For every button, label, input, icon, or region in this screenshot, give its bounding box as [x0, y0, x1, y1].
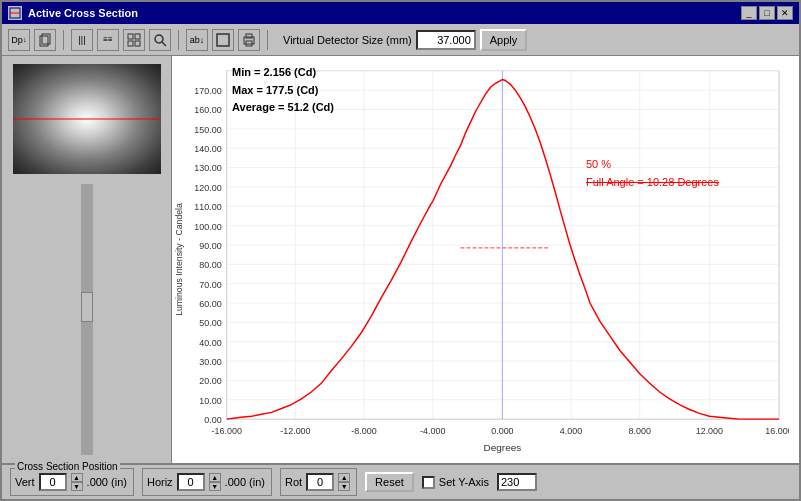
svg-text:12.000: 12.000 — [696, 426, 723, 436]
rot-input[interactable] — [306, 473, 334, 491]
close-button[interactable]: ✕ — [777, 6, 793, 20]
svg-text:-4.000: -4.000 — [420, 426, 445, 436]
set-y-label: Set Y-Axis — [439, 476, 489, 488]
svg-text:Luminous Intensity - Candela: Luminous Intensity - Candela — [174, 203, 184, 316]
svg-text:110.00: 110.00 — [194, 202, 221, 212]
horiz-input[interactable] — [177, 473, 205, 491]
svg-text:0.000: 0.000 — [491, 426, 513, 436]
toolbar-lines-button[interactable]: ≡≡ — [97, 29, 119, 51]
main-window: Active Cross Section _ □ ✕ Dp↓ ||| ≡≡ ab… — [0, 0, 801, 501]
svg-text:-12.000: -12.000 — [280, 426, 310, 436]
vert-label: Vert — [15, 476, 35, 488]
set-y-wrapper: Set Y-Axis — [422, 476, 489, 489]
scroll-thumb[interactable] — [81, 292, 93, 322]
title-bar-left: Active Cross Section — [8, 6, 138, 20]
svg-text:0.00: 0.00 — [204, 415, 222, 425]
rot-spin-buttons: ▲ ▼ — [338, 473, 350, 491]
horiz-group: Horiz ▲ ▼ .000 (in) — [142, 468, 272, 496]
cross-section-line — [13, 119, 161, 120]
horiz-spin-buttons: ▲ ▼ — [209, 473, 221, 491]
stat-min: Min = 2.156 (Cd) — [232, 64, 334, 82]
bottom-panel: Cross Section Position Vert ▲ ▼ .000 (in… — [2, 463, 799, 499]
minimize-button[interactable]: _ — [741, 6, 757, 20]
chart-svg: 0.00 10.00 20.00 30.00 40.00 50.00 60.00… — [172, 66, 789, 453]
virtual-detector-input[interactable] — [416, 30, 476, 50]
svg-line-9 — [162, 42, 166, 46]
left-scrollbar — [81, 184, 93, 455]
annotation-line2: Full Angle = 10.28 Degrees — [586, 174, 719, 192]
svg-text:50.00: 50.00 — [199, 318, 221, 328]
svg-text:10.00: 10.00 — [199, 396, 221, 406]
svg-text:90.00: 90.00 — [199, 241, 221, 251]
svg-text:Degrees: Degrees — [484, 442, 522, 453]
title-buttons: _ □ ✕ — [741, 6, 793, 20]
vert-down-button[interactable]: ▼ — [71, 482, 83, 491]
rot-label: Rot — [285, 476, 302, 488]
svg-text:30.00: 30.00 — [199, 357, 221, 367]
svg-rect-6 — [128, 41, 133, 46]
y-axis-input[interactable] — [497, 473, 537, 491]
chart-area: Min = 2.156 (Cd) Max = 177.5 (Cd) Averag… — [172, 56, 799, 463]
svg-text:70.00: 70.00 — [199, 280, 221, 290]
toolbar-text-button[interactable]: ab↓ — [186, 29, 208, 51]
separator-1 — [63, 30, 64, 50]
stat-max: Max = 177.5 (Cd) — [232, 82, 334, 100]
svg-text:40.00: 40.00 — [199, 338, 221, 348]
vert-up-button[interactable]: ▲ — [71, 473, 83, 482]
rot-group: Rot ▲ ▼ — [280, 468, 357, 496]
svg-text:-8.000: -8.000 — [351, 426, 376, 436]
separator-3 — [267, 30, 268, 50]
reset-button[interactable]: Reset — [365, 472, 414, 492]
vert-unit: .000 (in) — [87, 476, 127, 488]
svg-text:8.000: 8.000 — [629, 426, 651, 436]
separator-2 — [178, 30, 179, 50]
horiz-up-button[interactable]: ▲ — [209, 473, 221, 482]
toolbar: Dp↓ ||| ≡≡ ab↓ Virtual Detector Size (mm… — [2, 24, 799, 56]
horiz-label: Horiz — [147, 476, 173, 488]
toolbar-zoom-button[interactable] — [149, 29, 171, 51]
title-bar: Active Cross Section _ □ ✕ — [2, 2, 799, 24]
left-panel — [2, 56, 172, 463]
vert-input[interactable] — [39, 473, 67, 491]
svg-rect-10 — [217, 34, 229, 46]
svg-rect-4 — [128, 34, 133, 39]
toolbar-copy-button[interactable] — [34, 29, 56, 51]
maximize-button[interactable]: □ — [759, 6, 775, 20]
rot-down-button[interactable]: ▼ — [338, 482, 350, 491]
svg-text:150.00: 150.00 — [194, 125, 221, 135]
main-content: Min = 2.156 (Cd) Max = 177.5 (Cd) Averag… — [2, 56, 799, 463]
svg-point-8 — [155, 35, 163, 43]
svg-text:160.00: 160.00 — [194, 106, 221, 116]
svg-text:-16.000: -16.000 — [212, 426, 242, 436]
svg-text:130.00: 130.00 — [194, 164, 221, 174]
chart-stats: Min = 2.156 (Cd) Max = 177.5 (Cd) Averag… — [232, 64, 334, 117]
set-y-checkbox[interactable] — [422, 476, 435, 489]
svg-text:80.00: 80.00 — [199, 260, 221, 270]
chart-annotation: 50 % Full Angle = 10.28 Degrees — [586, 156, 719, 191]
toolbar-frame-button[interactable] — [212, 29, 234, 51]
vert-spin-buttons: ▲ ▼ — [71, 473, 83, 491]
svg-text:16.000: 16.000 — [765, 426, 789, 436]
svg-text:60.00: 60.00 — [199, 299, 221, 309]
stat-avg: Average = 51.2 (Cd) — [232, 99, 334, 117]
image-preview — [13, 64, 161, 174]
svg-text:140.00: 140.00 — [194, 144, 221, 154]
svg-rect-5 — [135, 34, 140, 39]
annotation-line1: 50 % — [586, 156, 719, 174]
svg-text:120.00: 120.00 — [194, 183, 221, 193]
cross-section-group: Cross Section Position Vert ▲ ▼ .000 (in… — [10, 468, 134, 496]
window-icon — [8, 6, 22, 20]
window-title: Active Cross Section — [28, 7, 138, 19]
rot-up-button[interactable]: ▲ — [338, 473, 350, 482]
cross-section-group-label: Cross Section Position — [15, 461, 120, 472]
svg-text:170.00: 170.00 — [194, 86, 221, 96]
svg-text:20.00: 20.00 — [199, 376, 221, 386]
horiz-down-button[interactable]: ▼ — [209, 482, 221, 491]
toolbar-dp-button[interactable]: Dp↓ — [8, 29, 30, 51]
toolbar-print-button[interactable] — [238, 29, 260, 51]
apply-button[interactable]: Apply — [480, 29, 528, 51]
virtual-detector-label: Virtual Detector Size (mm) — [283, 34, 412, 46]
toolbar-grid-button[interactable] — [123, 29, 145, 51]
svg-text:4.000: 4.000 — [560, 426, 582, 436]
toolbar-bars-button[interactable]: ||| — [71, 29, 93, 51]
